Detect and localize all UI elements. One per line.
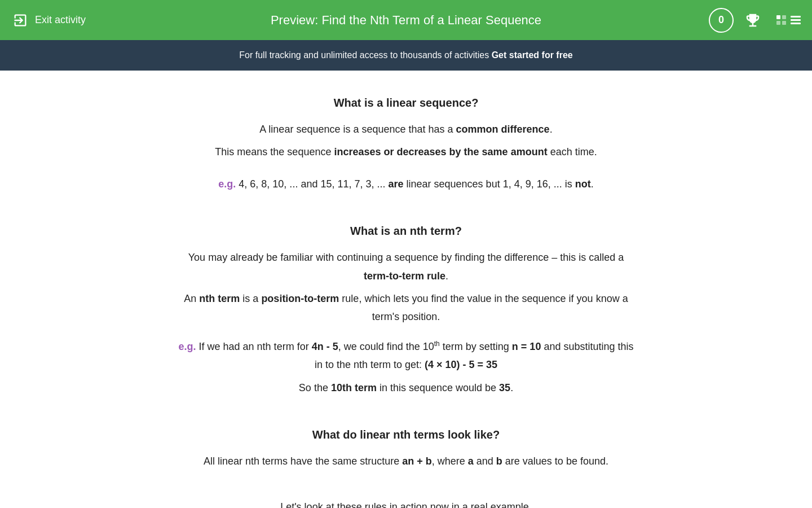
section1-line2: This means the sequence increases or dec… <box>175 143 637 161</box>
exit-label: Exit activity <box>35 14 86 26</box>
section3-body: All linear nth terms have the same struc… <box>175 452 637 470</box>
page-title: Preview: Find the Nth Term of a Linear S… <box>271 13 541 28</box>
section3-title: What do linear nth terms look like? <box>175 425 637 444</box>
section-linear-sequence: What is a linear sequence? A linear sequ… <box>175 93 637 193</box>
banner-text: For full tracking and unlimited access t… <box>239 50 491 60</box>
eg-label-1: e.g. <box>218 178 236 190</box>
score-badge: 0 <box>709 8 734 33</box>
section2-line1: You may already be familiar with continu… <box>175 248 637 285</box>
promo-banner: For full tracking and unlimited access t… <box>0 40 812 71</box>
section2-line2: An nth term is a position-to-term rule, … <box>175 290 637 326</box>
closing-text: Let's look at these rules in action now … <box>175 498 637 508</box>
main-content: What is a linear sequence? A linear sequ… <box>152 71 660 508</box>
section1-example: e.g. 4, 6, 8, 10, ... and 15, 11, 7, 3, … <box>175 175 637 193</box>
section1-title: What is a linear sequence? <box>175 93 637 112</box>
header-controls: 0 <box>709 8 801 33</box>
eg-label-2: e.g. <box>179 341 196 352</box>
exit-button[interactable]: Exit activity <box>11 11 86 29</box>
section1-body: A linear sequence is a sequence that has… <box>175 120 637 161</box>
banner-cta[interactable]: Get started for free <box>492 50 573 60</box>
trophy-icon <box>740 8 765 33</box>
header: Exit activity Preview: Find the Nth Term… <box>0 0 812 40</box>
section2-example: e.g. If we had an nth term for 4n - 5, w… <box>175 338 637 397</box>
section-nth-term: What is an nth term? You may already be … <box>175 221 637 397</box>
exit-icon <box>11 11 29 29</box>
section1-line1: A linear sequence is a sequence that has… <box>175 120 637 138</box>
grid-menu-icon[interactable] <box>776 15 801 25</box>
section2-body: You may already be familiar with continu… <box>175 248 637 326</box>
section-structure: What do linear nth terms look like? All … <box>175 425 637 470</box>
section2-title: What is an nth term? <box>175 221 637 240</box>
